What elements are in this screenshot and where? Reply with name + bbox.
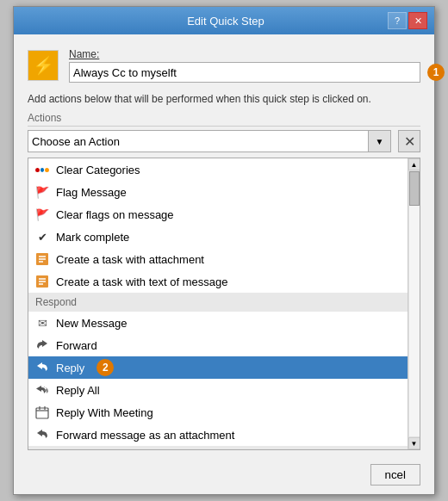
item-label: Mark complete <box>56 231 129 244</box>
list-item[interactable]: Forward message as an attachment <box>28 424 408 446</box>
title-bar: Edit Quick Step ? ✕ <box>14 7 434 34</box>
item-label: Reply <box>56 362 84 374</box>
item-label: Create a task with attachment <box>56 253 204 266</box>
list-item[interactable]: Reply With Meeting <box>28 401 408 424</box>
scroll-track <box>409 171 420 436</box>
list-item[interactable]: Forward <box>28 334 408 356</box>
item-label: Clear flags on message <box>56 208 174 221</box>
forward-attachment-icon <box>35 428 49 442</box>
group-header-appointment: Appointment <box>28 446 408 449</box>
list-item[interactable]: Create a task with text of message <box>28 270 408 293</box>
reply-badge: 2 <box>96 359 114 376</box>
item-label: Create a task with text of message <box>56 275 227 288</box>
item-label: Reply With Meeting <box>56 406 153 419</box>
scroll-up-button[interactable]: ▲ <box>408 158 420 170</box>
item-label: Forward message as an attachment <box>56 429 234 442</box>
reply-meeting-icon <box>35 405 49 419</box>
envelope-icon: ✉ <box>35 316 49 330</box>
categories-icon <box>35 163 49 176</box>
cancel-button[interactable]: ncel <box>370 464 420 486</box>
task-icon <box>35 252 49 266</box>
edit-quick-step-dialog: Edit Quick Step ? ✕ ⚡ Name: 1 Add action… <box>13 6 435 495</box>
item-label: Reply All <box>56 384 100 397</box>
item-label: New Message <box>56 317 127 330</box>
title-controls: ? ✕ <box>388 12 427 29</box>
list-item[interactable]: Reply All <box>28 379 408 401</box>
name-input[interactable] <box>69 62 420 83</box>
group-header-respond: Respond <box>28 293 408 312</box>
action-select[interactable]: Choose an Action <box>28 130 369 152</box>
list-item[interactable]: ✉ New Message <box>28 312 408 334</box>
list-item[interactable]: Create a task with attachment <box>28 248 408 270</box>
action-row: Choose an Action ▼ ✕ <box>28 130 420 152</box>
name-section: ⚡ Name: 1 <box>28 48 420 83</box>
list-item-reply[interactable]: Reply 2 <box>28 356 408 379</box>
list-item[interactable]: Clear Categories <box>28 158 408 181</box>
list-item[interactable]: ✔ Mark complete <box>28 226 408 248</box>
forward-icon <box>35 338 49 352</box>
dropdown-list: Clear Categories 🚩 Flag Message 🚩 Clear … <box>28 158 408 449</box>
flag-icon: 🚩 <box>35 185 49 199</box>
lightning-icon: ⚡ <box>28 50 59 81</box>
item-label: Forward <box>56 339 97 352</box>
close-button[interactable]: ✕ <box>408 12 427 29</box>
name-badge: 1 <box>427 64 445 81</box>
list-item[interactable]: 🚩 Clear flags on message <box>28 203 408 226</box>
help-button[interactable]: ? <box>388 12 407 29</box>
reply-icon <box>35 361 49 374</box>
description-text: Add actions below that will be performed… <box>28 93 420 105</box>
reply-all-icon <box>35 383 49 397</box>
list-item[interactable]: 🚩 Flag Message <box>28 181 408 203</box>
item-label: Flag Message <box>56 186 127 199</box>
scroll-down-button[interactable]: ▼ <box>408 437 420 449</box>
dialog-body: ⚡ Name: 1 Add actions below that will be… <box>14 34 434 459</box>
dropdown-arrow-btn[interactable]: ▼ <box>369 130 391 152</box>
actions-label: Actions <box>28 112 420 127</box>
button-row: ncel <box>14 459 434 494</box>
svg-rect-8 <box>36 408 48 418</box>
dropdown-list-container: Clear Categories 🚩 Flag Message 🚩 Clear … <box>28 158 420 450</box>
name-input-wrapper: 1 <box>69 62 420 83</box>
action-select-wrapper: Choose an Action ▼ <box>28 130 391 152</box>
title-text: Edit Quick Step <box>187 15 264 28</box>
flag-clear-icon: 🚩 <box>35 207 49 221</box>
name-label: Name: <box>69 48 420 60</box>
dropdown-scrollbar: ▲ ▼ <box>408 158 420 449</box>
scroll-thumb[interactable] <box>409 171 420 206</box>
dialog-title: Edit Quick Step <box>64 15 388 28</box>
name-field-group: Name: 1 <box>69 48 420 83</box>
checkmark-icon: ✔ <box>35 230 49 244</box>
remove-action-button[interactable]: ✕ <box>398 130 420 152</box>
item-label: Clear Categories <box>56 164 140 176</box>
task-text-icon <box>35 275 49 288</box>
